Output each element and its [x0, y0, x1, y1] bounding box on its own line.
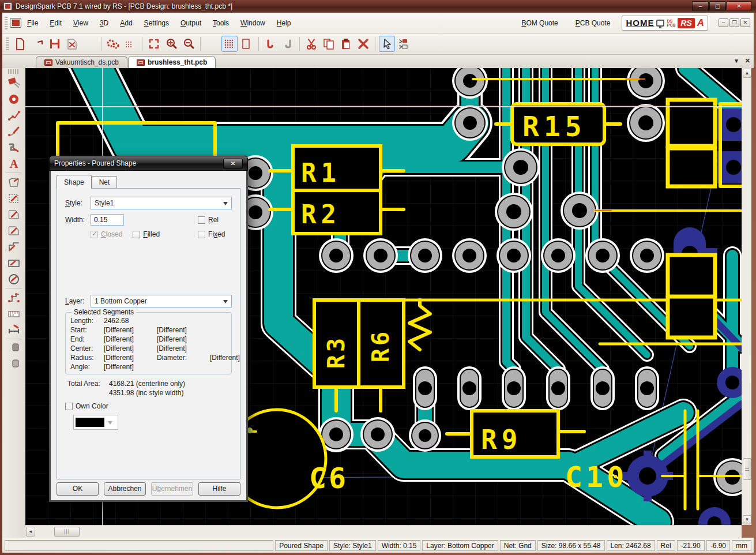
- vertical-scroll-thumb[interactable]: [743, 458, 751, 480]
- add-shape-rect-icon[interactable]: [5, 255, 22, 271]
- menu-3d[interactable]: 3D: [94, 17, 114, 29]
- add-shape-open-icon[interactable]: [5, 174, 22, 190]
- settings-gears-icon[interactable]: [105, 36, 121, 52]
- add-shape-filled-icon[interactable]: [5, 207, 22, 222]
- menu-window[interactable]: Window: [235, 17, 271, 29]
- mdi-minimize-button[interactable]: –: [719, 18, 728, 27]
- checkbox-box[interactable]: [65, 403, 73, 410]
- zoom-full-icon[interactable]: [146, 36, 162, 52]
- undo-icon[interactable]: [262, 36, 279, 52]
- toolbar-grip[interactable]: [6, 38, 9, 50]
- width-input[interactable]: [91, 214, 124, 226]
- dimension-icon[interactable]: [5, 322, 22, 337]
- ref-label: R9: [481, 424, 522, 455]
- filled-checkbox[interactable]: Filled: [133, 230, 160, 238]
- tab-brushless[interactable]: brushless_tht.pcb: [128, 56, 216, 68]
- checkbox-box[interactable]: [198, 216, 205, 224]
- measure-icon[interactable]: 1 2: [5, 306, 22, 321]
- new-document-icon[interactable]: [12, 36, 28, 52]
- menu-view[interactable]: View: [67, 17, 94, 29]
- window-close-button[interactable]: ✕: [727, 1, 751, 11]
- checkbox-box[interactable]: [133, 231, 140, 238]
- tab-net[interactable]: Net: [92, 176, 118, 189]
- component-bin-icon[interactable]: [396, 36, 412, 52]
- add-shape-select-icon[interactable]: [5, 190, 22, 206]
- menu-edit[interactable]: Edit: [44, 17, 67, 29]
- add-shape-copper-icon[interactable]: [5, 223, 22, 238]
- close-design-icon[interactable]: [64, 36, 80, 52]
- vertical-scrollbar[interactable]: ▲ ▼: [742, 68, 751, 525]
- tab-vakuumtisch[interactable]: Vakuumtisch_ds.pcb: [36, 56, 127, 68]
- style-combobox[interactable]: Style1: [91, 197, 232, 209]
- tab-shape[interactable]: Shape: [57, 175, 92, 189]
- toolbar-grip[interactable]: [5, 17, 7, 29]
- menu-tools[interactable]: Tools: [207, 17, 235, 29]
- scroll-left-icon[interactable]: ◄: [26, 527, 35, 537]
- home-button[interactable]: HOME DSPCB RS A: [622, 16, 708, 31]
- delete-icon[interactable]: [355, 36, 371, 52]
- fixed-checkbox[interactable]: Fixed: [198, 230, 225, 238]
- own-color-label: Own Color: [76, 402, 108, 410]
- properties-dialog[interactable]: Properties - Poured Shape ✕ ShapeNet Sty…: [49, 156, 248, 502]
- add-shape-corner-icon[interactable]: [5, 239, 22, 254]
- scroll-down-icon[interactable]: ▼: [743, 515, 751, 524]
- menu-pcb-quote[interactable]: PCB Quote: [570, 17, 616, 29]
- add-bus-icon[interactable]: [5, 140, 22, 155]
- ok-button[interactable]: OK: [57, 482, 99, 496]
- save-design-icon[interactable]: [47, 36, 63, 52]
- menu-help[interactable]: Help: [271, 17, 297, 29]
- horizontal-scrollbar[interactable]: ◄ |||: [25, 525, 742, 538]
- add-text-icon[interactable]: A: [5, 156, 22, 171]
- tab-close-icon[interactable]: ✕: [745, 57, 750, 65]
- paste-icon[interactable]: [338, 36, 354, 52]
- menu-settings[interactable]: Settings: [138, 17, 175, 29]
- design-rules-icon[interactable]: [122, 36, 138, 52]
- color-dropdown[interactable]: [73, 415, 118, 430]
- status-rel[interactable]: Rel: [657, 540, 675, 551]
- add-track-icon[interactable]: [5, 107, 22, 123]
- shape-tab-page: Style: Style1 Width: Rel: [57, 188, 240, 479]
- add-shape-circle-icon[interactable]: [5, 271, 22, 287]
- add-component-icon[interactable]: [5, 75, 22, 91]
- tab-label: brushless_tht.pcb: [148, 58, 207, 66]
- own-color-checkbox[interactable]: Own Color: [65, 402, 108, 410]
- flood-fill-icon[interactable]: [204, 36, 220, 52]
- horizontal-scroll-thumb[interactable]: |||: [54, 527, 80, 537]
- copy-icon[interactable]: [321, 36, 337, 52]
- add-pad-icon[interactable]: [5, 91, 22, 107]
- menu-file[interactable]: File: [21, 17, 44, 29]
- menu-output[interactable]: Output: [175, 17, 207, 29]
- mdi-restore-button[interactable]: ❐: [729, 18, 739, 27]
- layer-combobox[interactable]: 1 Bottom Copper: [91, 295, 232, 308]
- rel-checkbox[interactable]: Rel: [198, 216, 219, 224]
- dialog-close-button[interactable]: ✕: [223, 159, 243, 168]
- window-minimize-button[interactable]: –: [692, 1, 709, 11]
- change-style-icon[interactable]: [239, 36, 255, 52]
- tab-menu-icon[interactable]: ▾: [735, 57, 738, 65]
- checkbox-box[interactable]: [198, 231, 205, 238]
- open-design-icon[interactable]: [29, 36, 46, 52]
- cancel-button[interactable]: Abbrechen: [104, 482, 146, 496]
- ds-pcb-logo: DSPCB: [667, 19, 675, 27]
- scroll-up-icon[interactable]: ▲: [743, 69, 751, 78]
- copper-pour-icon[interactable]: [5, 340, 22, 356]
- redo-icon[interactable]: [280, 36, 296, 52]
- status-length: Len: 2462.68: [607, 540, 655, 551]
- mdi-close-button[interactable]: ✕: [740, 18, 750, 27]
- cut-icon[interactable]: [303, 36, 319, 52]
- status-units: mm: [732, 540, 751, 551]
- zoom-in-icon[interactable]: [163, 36, 179, 52]
- zoom-out-icon[interactable]: [180, 36, 197, 52]
- menu-bom-quote[interactable]: BOM Quote: [516, 17, 563, 29]
- menu-add[interactable]: Add: [114, 17, 138, 29]
- help-button[interactable]: Hilfe: [198, 482, 240, 496]
- add-connection-icon[interactable]: [5, 123, 22, 139]
- select-mode-icon[interactable]: [379, 36, 395, 52]
- title-bar[interactable]: DesignSpark PCB 7.1 wired by RS - [PCB D…: [0, 0, 756, 13]
- remove-pour-icon[interactable]: [5, 357, 22, 372]
- library-icon[interactable]: [81, 36, 97, 52]
- window-maximize-button[interactable]: ▢: [709, 1, 726, 11]
- auto-route-icon[interactable]: [5, 290, 22, 305]
- dialog-title-bar[interactable]: Properties - Poured Shape ✕: [49, 156, 248, 171]
- grid-toggle-icon[interactable]: [221, 36, 238, 52]
